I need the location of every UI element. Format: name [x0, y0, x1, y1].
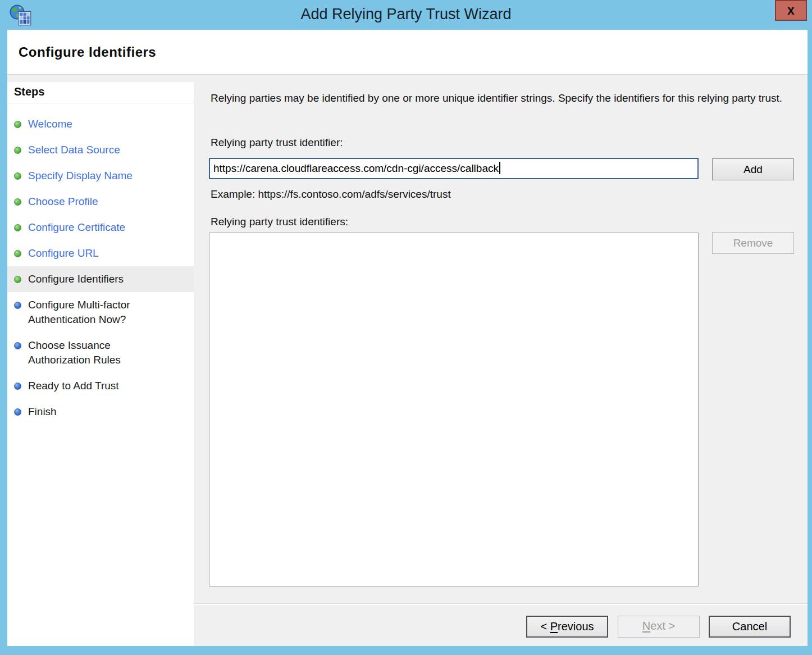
step-specify-display-name[interactable]: Specify Display Name	[7, 163, 194, 189]
step-choose-profile[interactable]: Choose Profile	[7, 189, 194, 215]
identifiers-list-label: Relying party trust identifiers:	[211, 216, 348, 228]
add-button[interactable]: Add	[712, 158, 794, 180]
identifiers-listbox[interactable]	[209, 233, 699, 586]
steps-list: Welcome Select Data Source Specify Displ…	[7, 111, 194, 425]
pending-step-bullet-icon	[14, 342, 21, 349]
step-ready-to-add-trust: Ready to Add Trust	[7, 373, 194, 399]
example-hint: Example: https://fs.contoso.com/adfs/ser…	[211, 188, 451, 201]
window-title: Add Relying Party Trust Wizard	[0, 0, 812, 30]
completed-step-bullet-icon	[14, 172, 21, 180]
current-step-bullet-icon	[14, 276, 21, 283]
completed-step-bullet-icon	[14, 224, 21, 231]
identifier-input-value: https://carena.cloudflareaccess.com/cdn-…	[213, 162, 499, 174]
identifier-field-label: Relying party trust identifier:	[211, 137, 343, 149]
step-configure-certificate[interactable]: Configure Certificate	[7, 215, 194, 240]
steps-header: Steps	[7, 82, 194, 103]
step-finish: Finish	[7, 399, 194, 425]
completed-step-bullet-icon	[14, 121, 21, 128]
page-title: Configure Identifiers	[19, 44, 156, 60]
pending-step-bullet-icon	[14, 383, 21, 390]
page-header: Configure Identifiers	[7, 30, 808, 75]
step-select-data-source[interactable]: Select Data Source	[7, 137, 194, 163]
page-description: Relying parties may be identified by one…	[211, 90, 795, 106]
footer-bar: < Previous Next > Cancel	[194, 604, 808, 646]
next-button[interactable]: Next >	[618, 616, 700, 638]
wizard-dialog: Configure Identifiers Steps Welcome Sele…	[7, 30, 808, 646]
identifier-input[interactable]: https://carena.cloudflareaccess.com/cdn-…	[209, 158, 699, 179]
previous-button[interactable]: < Previous	[526, 616, 608, 638]
completed-step-bullet-icon	[14, 198, 21, 206]
pending-step-bullet-icon	[14, 408, 21, 416]
text-caret	[499, 162, 500, 174]
cancel-button[interactable]: Cancel	[709, 616, 791, 638]
step-configure-url[interactable]: Configure URL	[7, 240, 194, 266]
close-button[interactable]: x	[775, 0, 807, 21]
completed-step-bullet-icon	[14, 250, 21, 257]
steps-sidebar: Steps Welcome Select Data Source Specify…	[7, 82, 194, 646]
step-configure-mfa: Configure Multi-factor Authentication No…	[7, 292, 194, 333]
remove-button[interactable]: Remove	[712, 232, 794, 254]
title-bar: Add Relying Party Trust Wizard x	[0, 0, 812, 30]
pending-step-bullet-icon	[14, 302, 21, 309]
step-welcome[interactable]: Welcome	[7, 111, 194, 137]
step-choose-issuance-rules: Choose Issuance Authorization Rules	[7, 333, 194, 373]
completed-step-bullet-icon	[14, 147, 21, 154]
step-configure-identifiers[interactable]: Configure Identifiers	[7, 266, 194, 292]
